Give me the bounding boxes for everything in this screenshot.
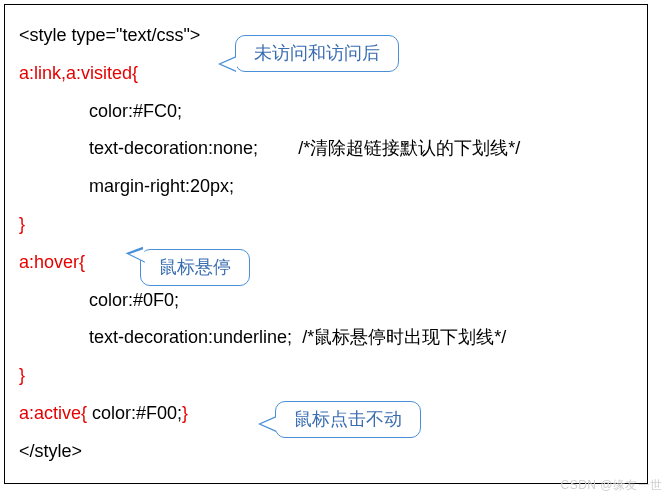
code-text: text-decoration:underline;: [89, 327, 292, 347]
code-comment: /*清除超链接默认的下划线*/: [298, 138, 520, 158]
code-line: a:hover{: [19, 244, 637, 282]
watermark: CSDN @缘友一世: [560, 477, 663, 494]
brace-close: }: [19, 214, 25, 234]
code-line: color:#FC0;: [89, 93, 637, 131]
code-text: color:#FC0;: [89, 101, 182, 121]
callout-hover: 鼠标悬停: [140, 249, 250, 286]
selector-hover: a:hover{: [19, 252, 85, 272]
code-line: color:#0F0;: [89, 282, 637, 320]
code-line: }: [19, 357, 637, 395]
callout-link-visited: 未访问和访问后: [235, 35, 399, 72]
callout-text: 鼠标悬停: [159, 257, 231, 277]
code-text: color:#F00;: [87, 403, 182, 423]
code-line: }: [19, 206, 637, 244]
selector-link-visited: a:link,a:visited{: [19, 63, 138, 83]
selector-active: a:active{: [19, 403, 87, 423]
code-gap: [292, 327, 302, 347]
callout-text: 未访问和访问后: [254, 43, 380, 63]
code-line: text-decoration:underline; /*鼠标悬停时出现下划线*…: [89, 319, 637, 357]
code-line: text-decoration:none; /*清除超链接默认的下划线*/: [89, 130, 637, 168]
code-text: <style type="text/css">: [19, 25, 200, 45]
callout-text: 鼠标点击不动: [294, 409, 402, 429]
callout-active: 鼠标点击不动: [275, 401, 421, 438]
brace-close: }: [19, 365, 25, 385]
code-text: text-decoration:none;: [89, 138, 258, 158]
code-line: </style>: [19, 433, 637, 471]
code-text: color:#0F0;: [89, 290, 179, 310]
code-text: margin-right:20px;: [89, 176, 234, 196]
code-comment: /*鼠标悬停时出现下划线*/: [302, 327, 506, 347]
code-text: </style>: [19, 441, 82, 461]
code-gap: [258, 138, 298, 158]
code-line: margin-right:20px;: [89, 168, 637, 206]
brace-close: }: [182, 403, 188, 423]
code-block: <style type="text/css"> a:link,a:visited…: [4, 4, 648, 484]
